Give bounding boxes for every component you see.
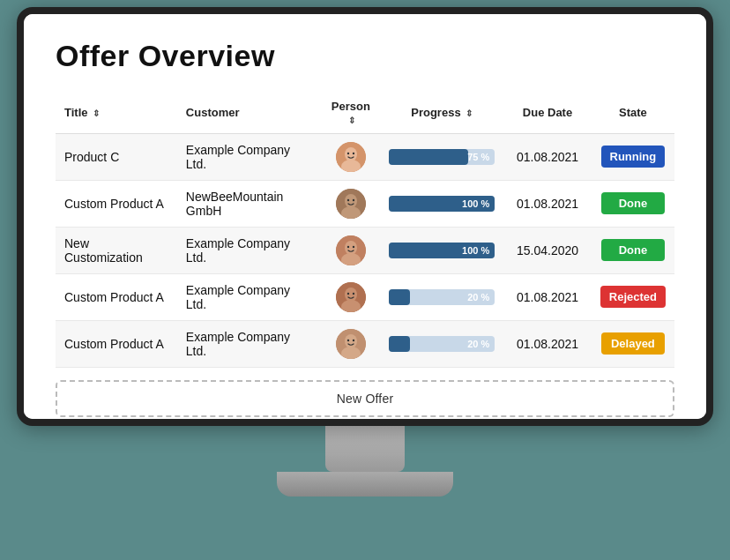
table-row[interactable]: Custom Product AExample Company Ltd. 20 … [56,273,674,320]
monitor-screen: Offer Overview Title ⇕ Customer Person [17,7,713,426]
cell-state: Done [592,180,674,227]
status-badge: Done [601,192,665,214]
table-row[interactable]: Product CExample Company Ltd. 75 %01.08.… [56,133,674,180]
cell-progress: 20 % [380,320,503,367]
cell-customer: Example Company Ltd. [177,133,322,180]
progress-bar: 75 % [389,149,495,165]
avatar [336,235,366,265]
table-header: Title ⇕ Customer Person ⇕ Progress ⇕ [56,93,674,134]
svg-point-24 [353,339,354,340]
svg-point-16 [345,287,357,302]
svg-point-11 [345,241,357,255]
monitor-stand [277,472,453,497]
sort-icon-progress: ⇕ [466,108,473,118]
col-state: State [592,93,674,134]
new-offer-button[interactable]: New Offer [56,380,674,417]
cell-customer: Example Company Ltd. [177,320,322,367]
cell-person [321,180,380,227]
table-body: Product CExample Company Ltd. 75 %01.08.… [56,133,674,367]
svg-point-9 [353,198,354,200]
progress-bar: 100 % [389,196,495,212]
cell-duedate: 01.08.2021 [503,273,592,320]
cell-title: Custom Product A [56,320,177,367]
cell-customer: Example Company Ltd. [177,273,322,320]
cell-person [321,273,380,320]
cell-customer: NewBeeMountain GmbH [177,180,322,227]
cell-person [321,133,380,180]
svg-point-21 [345,334,357,348]
cell-progress: 20 % [380,273,503,320]
cell-title: Custom Product A [56,180,177,227]
sort-icon-title: ⇕ [93,108,100,118]
cell-duedate: 15.04.2020 [503,227,592,273]
col-progress: Progress ⇕ [380,93,503,134]
status-badge: Delayed [601,332,665,355]
cell-state: Rejected [592,273,674,320]
cell-title: New Customization [56,227,177,273]
svg-point-14 [353,245,354,247]
sort-icon-person: ⇕ [348,116,355,125]
cell-state: Running [592,133,674,180]
avatar [336,329,366,359]
cell-state: Done [592,227,674,273]
offers-table: Title ⇕ Customer Person ⇕ Progress ⇕ [56,93,674,368]
cell-person [321,227,380,273]
svg-point-19 [353,292,354,294]
cell-person [321,320,380,367]
col-title: Title ⇕ [56,93,177,134]
col-duedate: Due Date [503,93,592,134]
svg-point-23 [347,339,349,340]
progress-label: 100 % [462,198,489,209]
cell-duedate: 01.08.2021 [503,180,592,227]
svg-point-1 [345,147,357,161]
cell-progress: 75 % [380,133,503,180]
progress-label: 100 % [462,245,489,256]
svg-point-6 [345,194,357,208]
cell-progress: 100 % [380,227,503,273]
cell-duedate: 01.08.2021 [503,320,592,367]
progress-bar: 100 % [389,243,495,258]
table-row[interactable]: Custom Product ANewBeeMountain GmbH 100 … [56,180,674,227]
avatar [336,282,366,312]
progress-fill [389,336,410,352]
progress-fill [389,289,410,305]
svg-point-8 [347,198,349,200]
avatar [336,189,366,219]
table-row[interactable]: Custom Product AExample Company Ltd. 20 … [56,320,674,367]
status-badge: Rejected [600,286,666,308]
progress-label: 20 % [467,339,489,349]
progress-label: 75 % [467,152,489,162]
svg-point-13 [347,245,349,247]
status-badge: Running [601,146,666,168]
progress-fill [389,149,468,165]
table-row[interactable]: New CustomizationExample Company Ltd. 10… [56,227,674,273]
svg-point-4 [353,152,354,153]
status-badge: Done [601,239,665,261]
avatar [336,142,366,172]
svg-point-18 [347,292,349,294]
monitor-wrapper: Offer Overview Title ⇕ Customer Person [12,7,718,554]
screen-inner: Offer Overview Title ⇕ Customer Person [24,14,706,419]
monitor-neck [325,426,405,472]
cell-customer: Example Company Ltd. [177,227,322,273]
progress-label: 20 % [467,292,489,302]
cell-state: Delayed [592,320,674,367]
progress-bar: 20 % [389,336,495,352]
cell-progress: 100 % [380,180,503,227]
col-customer: Customer [177,93,322,134]
col-person: Person ⇕ [321,93,380,134]
progress-bar: 20 % [389,289,495,305]
cell-title: Product C [56,133,177,180]
cell-duedate: 01.08.2021 [503,133,592,180]
cell-title: Custom Product A [56,273,177,320]
svg-point-3 [347,152,349,153]
page-title: Offer Overview [56,39,674,73]
